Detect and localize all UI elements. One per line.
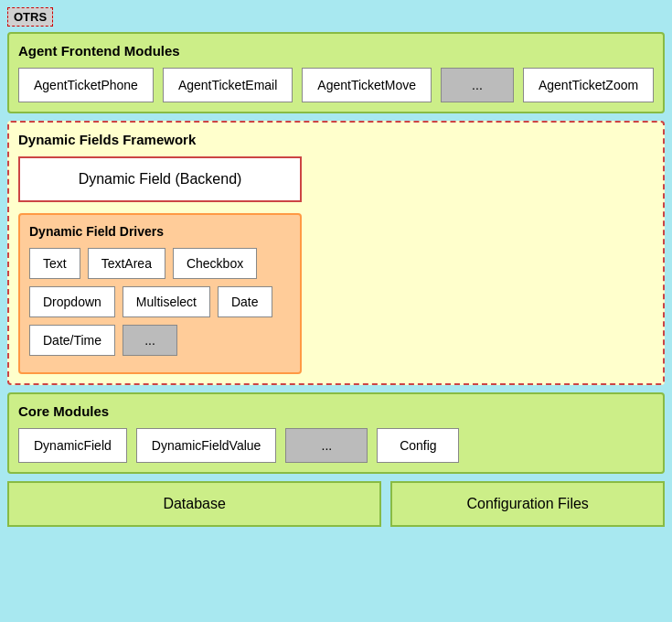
app-title: OTRS bbox=[7, 7, 53, 27]
page-wrapper: OTRS Agent Frontend Modules AgentTicketP… bbox=[0, 0, 672, 622]
module-agent-ticket-zoom[interactable]: AgentTicketZoom bbox=[523, 68, 654, 102]
module-core-ellipsis[interactable]: ... bbox=[285, 428, 368, 463]
agent-modules-row: AgentTicketPhone AgentTicketEmail AgentT… bbox=[18, 68, 654, 102]
driver-multiselect[interactable]: Multiselect bbox=[123, 286, 210, 317]
module-agent-ticket-phone[interactable]: AgentTicketPhone bbox=[18, 68, 154, 102]
bottom-row: Database Configuration Files bbox=[7, 481, 665, 527]
agent-frontend-title: Agent Frontend Modules bbox=[18, 43, 654, 59]
dff-drivers-section: Dynamic Field Drivers Text TextArea Chec… bbox=[18, 213, 302, 374]
drivers-row-1: Text TextArea Checkbox bbox=[29, 248, 291, 279]
driver-textarea[interactable]: TextArea bbox=[88, 248, 165, 279]
dff-backend-box[interactable]: Dynamic Field (Backend) bbox=[18, 156, 302, 202]
driver-text[interactable]: Text bbox=[29, 248, 80, 279]
dff-title: Dynamic Fields Framework bbox=[18, 132, 654, 147]
module-config[interactable]: Config bbox=[377, 428, 459, 463]
module-agent-ticket-move[interactable]: AgentTicketMove bbox=[302, 68, 432, 102]
dff-inner: Dynamic Field (Backend) Dynamic Field Dr… bbox=[18, 156, 654, 374]
drivers-title: Dynamic Field Drivers bbox=[29, 224, 291, 239]
driver-datetime[interactable]: Date/Time bbox=[29, 325, 115, 356]
database-button[interactable]: Database bbox=[7, 481, 381, 527]
core-modules-row: DynamicField DynamicFieldValue ... Confi… bbox=[18, 428, 654, 463]
drivers-row-2: Dropdown Multiselect Date bbox=[29, 286, 291, 317]
driver-ellipsis[interactable]: ... bbox=[123, 325, 177, 356]
module-agent-ellipsis[interactable]: ... bbox=[441, 68, 514, 102]
dff-section: Dynamic Fields Framework Dynamic Field (… bbox=[7, 121, 665, 385]
drivers-row-3: Date/Time ... bbox=[29, 325, 291, 356]
module-dynamicfieldvalue[interactable]: DynamicFieldValue bbox=[136, 428, 277, 463]
module-agent-ticket-email[interactable]: AgentTicketEmail bbox=[163, 68, 293, 102]
core-modules-title: Core Modules bbox=[18, 403, 654, 419]
module-dynamicfield[interactable]: DynamicField bbox=[18, 428, 127, 463]
driver-date[interactable]: Date bbox=[218, 286, 272, 317]
agent-frontend-section: Agent Frontend Modules AgentTicketPhone … bbox=[7, 32, 665, 113]
driver-dropdown[interactable]: Dropdown bbox=[29, 286, 115, 317]
core-modules-section: Core Modules DynamicField DynamicFieldVa… bbox=[7, 392, 665, 474]
config-files-button[interactable]: Configuration Files bbox=[390, 481, 665, 527]
driver-checkbox[interactable]: Checkbox bbox=[173, 248, 257, 279]
